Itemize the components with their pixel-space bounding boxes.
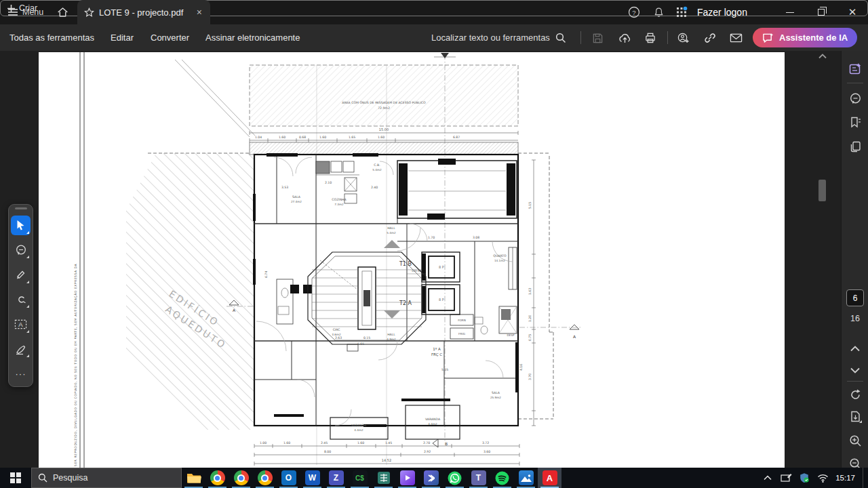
taskbar-search-input[interactable] (53, 473, 161, 483)
taskbar-search[interactable] (31, 468, 182, 488)
bookmarks-panel-button[interactable] (842, 112, 868, 132)
taskbar-clock[interactable]: 15:17 (833, 474, 861, 482)
notifications-button[interactable] (650, 3, 667, 21)
taskbar-app-cs-tool[interactable]: C$ (348, 468, 372, 488)
draw-tool-button[interactable] (11, 290, 31, 310)
apps-grid-button[interactable] (673, 3, 690, 21)
menu-edit[interactable]: Editar (111, 24, 134, 51)
home-button[interactable] (57, 0, 68, 24)
print-button[interactable] (642, 29, 659, 47)
find-tools-search[interactable]: Localizar texto ou ferramentas (431, 24, 566, 51)
fit-page-button[interactable] (842, 407, 868, 427)
ai-assistant-button[interactable]: Assistente de IA (753, 28, 857, 47)
vertical-scrollbar[interactable] (816, 51, 829, 468)
zoom-in-button[interactable] (842, 430, 868, 451)
menu-convert-label: Converter (151, 33, 189, 43)
chrome-icon (258, 470, 273, 485)
ai-assistant-panel-button[interactable] (842, 59, 868, 79)
menu-edit-label: Editar (111, 33, 134, 43)
menu-button[interactable]: Menu (8, 0, 43, 24)
tab-close-icon[interactable]: × (195, 7, 203, 18)
taskbar-app-chrome-3[interactable] (253, 468, 277, 488)
chevron-up-icon (764, 475, 772, 481)
palette-drag-handle[interactable] (15, 207, 27, 209)
taskbar-app-acrobat[interactable]: A (538, 468, 561, 488)
taskbar-app-word[interactable]: W (300, 468, 324, 488)
hamburger-icon (8, 8, 18, 16)
previous-page-button[interactable] (842, 338, 868, 359)
comment-tool-button[interactable] (11, 241, 31, 260)
room-hall2-area: 4.9m2 (387, 338, 396, 341)
comments-panel-button[interactable] (842, 88, 868, 108)
document-tab[interactable]: LOTE 9 - projecto.pdf × (77, 0, 210, 24)
scroll-up-icon[interactable] (818, 54, 827, 59)
more-tools-button[interactable]: ··· (11, 364, 31, 384)
taskbar-app-outlook[interactable]: O (277, 468, 300, 488)
level-mark: 120.98 (412, 269, 422, 272)
dim-b2-2: 3.60 (484, 450, 490, 453)
taskbar-app-spotify[interactable] (490, 468, 514, 488)
close-button[interactable]: ✕ (837, 0, 868, 24)
minimize-button[interactable] (774, 0, 806, 24)
site-hatching: EDIFÍCIO AQUEDUTO (126, 60, 553, 430)
show-desktop-button[interactable] (863, 468, 865, 488)
defender-shield-icon (799, 472, 810, 483)
restore-button[interactable] (806, 0, 837, 24)
ai-assistant-label: Assistente de IA (779, 33, 848, 43)
menu-all-tools[interactable]: Todas as ferramentas (9, 24, 94, 51)
cloud-upload-icon (618, 32, 631, 44)
ai-doc-icon (848, 62, 862, 76)
select-tool-button[interactable] (11, 216, 31, 235)
menu-convert[interactable]: Converter (151, 24, 189, 51)
email-button[interactable] (727, 29, 745, 47)
request-signatures-button[interactable] (674, 29, 692, 47)
menu-esign[interactable]: Assinar eletronicamente (205, 24, 300, 51)
taskbar-app-chrome-1[interactable] (205, 468, 229, 488)
scrollbar-thumb[interactable] (818, 180, 826, 201)
pdf-page[interactable]: SER REPRODUZIDO, DIVULGADO OU COPIADO, N… (39, 52, 785, 468)
svg-text:?: ? (632, 9, 635, 16)
teams-icon: T (471, 470, 486, 485)
taskbar-app-teams[interactable]: T (467, 468, 490, 488)
save-button[interactable] (589, 29, 606, 47)
start-button[interactable] (0, 468, 31, 488)
save-icon (592, 33, 604, 44)
security-tray-button[interactable] (796, 468, 812, 488)
highlight-tool-button[interactable] (11, 265, 31, 285)
comment-icon (15, 244, 27, 256)
taskbar-app-whatsapp[interactable] (443, 468, 467, 488)
touch-keyboard-icon (781, 473, 792, 483)
taskbar-app-media[interactable] (395, 468, 419, 488)
taskbar-app-spreadsheet[interactable] (372, 468, 395, 488)
dim-top-4: 1.65 (349, 136, 355, 139)
page-thumbnails-button[interactable] (842, 136, 868, 157)
text-box-tool-button[interactable]: A (11, 314, 31, 334)
spreadsheet-icon (377, 471, 391, 485)
network-tray-button[interactable] (814, 468, 831, 488)
current-page-input[interactable]: 6 (846, 289, 864, 306)
sign-tool-button[interactable] (11, 340, 31, 359)
taskbar-app-photos[interactable] (514, 468, 538, 488)
share-button[interactable] (616, 29, 633, 47)
document-canvas[interactable]: SER REPRODUZIDO, DIVULGADO OU COPIADO, N… (0, 51, 841, 468)
tray-expand-button[interactable] (760, 468, 776, 488)
chrome-icon (234, 470, 249, 485)
taskbar-app-zimbra[interactable]: Z (324, 468, 348, 488)
page-fit-icon (849, 410, 862, 424)
sign-in-button[interactable]: Fazer logon (697, 0, 747, 24)
balcony-right-area: 4.4m2 (428, 422, 437, 426)
taskbar-app-chrome-2[interactable] (229, 468, 253, 488)
rotate-page-button[interactable] (842, 384, 868, 405)
sign-in-label: Fazer logon (697, 7, 747, 18)
toolbar: Todas as ferramentas Editar Converter As… (0, 24, 868, 51)
quick-tools-palette: A ··· (8, 204, 33, 387)
minimize-icon (786, 12, 794, 13)
touch-keyboard-button[interactable] (778, 468, 794, 488)
home-icon (57, 7, 68, 18)
taskbar-app-file-explorer[interactable] (182, 468, 205, 488)
get-link-button[interactable] (701, 29, 719, 47)
help-button[interactable]: ? (625, 3, 643, 21)
taskbar-app-stream[interactable] (419, 468, 443, 488)
next-page-button[interactable] (842, 360, 868, 380)
dim-b1-6: 3.72 (482, 441, 489, 445)
